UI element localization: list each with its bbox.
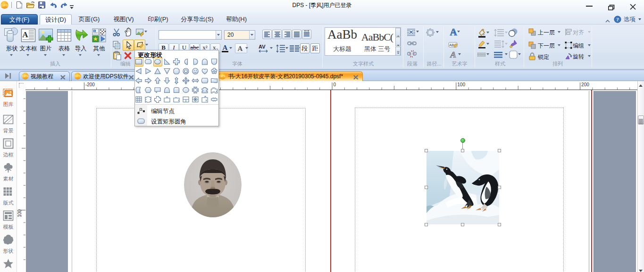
svg-text:AV: AV <box>259 44 266 49</box>
svg-text:A: A <box>223 44 228 51</box>
svg-text:100: 100 <box>457 82 465 87</box>
svg-text:A: A <box>450 50 457 59</box>
svg-text:DPS: DPS <box>22 74 29 78</box>
svg-text:-200: -200 <box>85 82 95 87</box>
svg-text:100: 100 <box>17 209 22 217</box>
svg-text:200: 200 <box>581 82 589 87</box>
svg-text:A: A <box>238 45 243 52</box>
svg-text:DPS: DPS <box>219 74 226 78</box>
svg-text:A: A <box>22 30 28 39</box>
svg-text:5: 5 <box>94 30 95 33</box>
svg-text:?: ? <box>616 16 619 22</box>
svg-text:0: 0 <box>334 82 336 87</box>
svg-text:DPS: DPS <box>75 74 81 78</box>
svg-text:A: A <box>450 27 457 37</box>
